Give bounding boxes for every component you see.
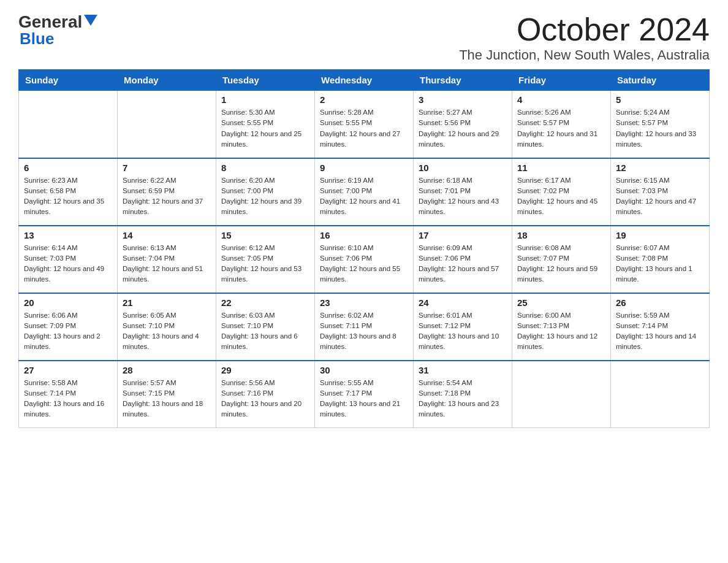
- table-row: [118, 91, 216, 158]
- day-number: 28: [123, 365, 211, 375]
- table-row: 19Sunrise: 6:07 AMSunset: 7:08 PMDayligh…: [611, 226, 710, 293]
- day-number: 14: [123, 230, 211, 240]
- col-sunday: Sunday: [19, 70, 118, 91]
- day-number: 16: [320, 230, 408, 240]
- table-row: 26Sunrise: 5:59 AMSunset: 7:14 PMDayligh…: [611, 293, 710, 361]
- table-row: 21Sunrise: 6:05 AMSunset: 7:10 PMDayligh…: [118, 293, 216, 361]
- table-row: 17Sunrise: 6:09 AMSunset: 7:06 PMDayligh…: [414, 226, 512, 293]
- table-row: 28Sunrise: 5:57 AMSunset: 7:15 PMDayligh…: [118, 361, 216, 428]
- logo-triangle-icon: [84, 15, 97, 27]
- day-number: 5: [616, 94, 704, 105]
- day-info: Sunrise: 6:08 AMSunset: 7:07 PMDaylight:…: [517, 243, 605, 285]
- day-info: Sunrise: 6:13 AMSunset: 7:04 PMDaylight:…: [123, 243, 211, 285]
- day-number: 2: [320, 94, 408, 105]
- day-info: Sunrise: 5:59 AMSunset: 7:14 PMDaylight:…: [616, 310, 704, 353]
- table-row: 27Sunrise: 5:58 AMSunset: 7:14 PMDayligh…: [19, 361, 118, 428]
- calendar-header-row: Sunday Monday Tuesday Wednesday Thursday…: [19, 70, 710, 91]
- day-info: Sunrise: 5:56 AMSunset: 7:16 PMDaylight:…: [221, 378, 309, 420]
- logo-blue-text: Blue: [18, 29, 54, 48]
- day-info: Sunrise: 6:06 AMSunset: 7:09 PMDaylight:…: [24, 310, 112, 353]
- table-row: [19, 91, 118, 158]
- day-info: Sunrise: 5:30 AMSunset: 5:55 PMDaylight:…: [221, 107, 309, 150]
- logo: General Blue: [18, 12, 97, 48]
- day-number: 24: [419, 297, 507, 308]
- day-info: Sunrise: 5:27 AMSunset: 5:56 PMDaylight:…: [419, 107, 507, 150]
- day-number: 29: [221, 365, 309, 375]
- col-friday: Friday: [512, 70, 611, 91]
- table-row: [611, 361, 710, 428]
- table-row: 8Sunrise: 6:20 AMSunset: 7:00 PMDaylight…: [216, 158, 315, 226]
- table-row: 11Sunrise: 6:17 AMSunset: 7:02 PMDayligh…: [512, 158, 611, 226]
- calendar-week-row: 27Sunrise: 5:58 AMSunset: 7:14 PMDayligh…: [19, 361, 710, 428]
- col-wednesday: Wednesday: [315, 70, 414, 91]
- table-row: 6Sunrise: 6:23 AMSunset: 6:58 PMDaylight…: [19, 158, 118, 226]
- day-info: Sunrise: 5:55 AMSunset: 7:17 PMDaylight:…: [320, 378, 408, 420]
- table-row: 18Sunrise: 6:08 AMSunset: 7:07 PMDayligh…: [512, 226, 611, 293]
- day-info: Sunrise: 6:09 AMSunset: 7:06 PMDaylight:…: [419, 243, 507, 285]
- day-number: 13: [24, 230, 112, 240]
- day-number: 4: [517, 94, 605, 105]
- day-number: 9: [320, 163, 408, 173]
- day-number: 15: [221, 230, 309, 240]
- col-thursday: Thursday: [414, 70, 512, 91]
- table-row: 30Sunrise: 5:55 AMSunset: 7:17 PMDayligh…: [315, 361, 414, 428]
- day-number: 1: [221, 94, 309, 105]
- day-info: Sunrise: 6:12 AMSunset: 7:05 PMDaylight:…: [221, 243, 309, 285]
- table-row: 20Sunrise: 6:06 AMSunset: 7:09 PMDayligh…: [19, 293, 118, 361]
- day-number: 17: [419, 230, 507, 240]
- table-row: 7Sunrise: 6:22 AMSunset: 6:59 PMDaylight…: [118, 158, 216, 226]
- table-row: 12Sunrise: 6:15 AMSunset: 7:03 PMDayligh…: [611, 158, 710, 226]
- col-saturday: Saturday: [611, 70, 710, 91]
- day-info: Sunrise: 5:26 AMSunset: 5:57 PMDaylight:…: [517, 107, 605, 150]
- day-info: Sunrise: 6:22 AMSunset: 6:59 PMDaylight:…: [123, 175, 211, 218]
- day-number: 23: [320, 297, 408, 308]
- day-number: 30: [320, 365, 408, 375]
- day-number: 3: [419, 94, 507, 105]
- svg-marker-0: [84, 15, 97, 26]
- table-row: [512, 361, 611, 428]
- day-number: 19: [616, 230, 704, 240]
- table-row: 3Sunrise: 5:27 AMSunset: 5:56 PMDaylight…: [414, 91, 512, 158]
- day-number: 18: [517, 230, 605, 240]
- table-row: 10Sunrise: 6:18 AMSunset: 7:01 PMDayligh…: [414, 158, 512, 226]
- day-info: Sunrise: 6:18 AMSunset: 7:01 PMDaylight:…: [419, 175, 507, 218]
- calendar-week-row: 20Sunrise: 6:06 AMSunset: 7:09 PMDayligh…: [19, 293, 710, 361]
- month-title: October 2024: [459, 12, 710, 47]
- table-row: 9Sunrise: 6:19 AMSunset: 7:00 PMDaylight…: [315, 158, 414, 226]
- day-number: 22: [221, 297, 309, 308]
- day-info: Sunrise: 5:28 AMSunset: 5:55 PMDaylight:…: [320, 107, 408, 150]
- day-info: Sunrise: 6:17 AMSunset: 7:02 PMDaylight:…: [517, 175, 605, 218]
- day-info: Sunrise: 5:24 AMSunset: 5:57 PMDaylight:…: [616, 107, 704, 150]
- day-info: Sunrise: 6:23 AMSunset: 6:58 PMDaylight:…: [24, 175, 112, 218]
- day-number: 21: [123, 297, 211, 308]
- day-info: Sunrise: 5:57 AMSunset: 7:15 PMDaylight:…: [123, 378, 211, 420]
- day-number: 7: [123, 163, 211, 173]
- day-number: 12: [616, 163, 704, 173]
- day-number: 11: [517, 163, 605, 173]
- day-info: Sunrise: 6:05 AMSunset: 7:10 PMDaylight:…: [123, 310, 211, 353]
- table-row: 24Sunrise: 6:01 AMSunset: 7:12 PMDayligh…: [414, 293, 512, 361]
- table-row: 15Sunrise: 6:12 AMSunset: 7:05 PMDayligh…: [216, 226, 315, 293]
- day-info: Sunrise: 6:01 AMSunset: 7:12 PMDaylight:…: [419, 310, 507, 353]
- table-row: 13Sunrise: 6:14 AMSunset: 7:03 PMDayligh…: [19, 226, 118, 293]
- table-row: 16Sunrise: 6:10 AMSunset: 7:06 PMDayligh…: [315, 226, 414, 293]
- day-info: Sunrise: 6:14 AMSunset: 7:03 PMDaylight:…: [24, 243, 112, 285]
- day-info: Sunrise: 6:19 AMSunset: 7:00 PMDaylight:…: [320, 175, 408, 218]
- day-info: Sunrise: 6:00 AMSunset: 7:13 PMDaylight:…: [517, 310, 605, 353]
- day-number: 6: [24, 163, 112, 173]
- col-tuesday: Tuesday: [216, 70, 315, 91]
- calendar-week-row: 13Sunrise: 6:14 AMSunset: 7:03 PMDayligh…: [19, 226, 710, 293]
- day-info: Sunrise: 6:07 AMSunset: 7:08 PMDaylight:…: [616, 243, 704, 285]
- day-info: Sunrise: 6:10 AMSunset: 7:06 PMDaylight:…: [320, 243, 408, 285]
- table-row: 5Sunrise: 5:24 AMSunset: 5:57 PMDaylight…: [611, 91, 710, 158]
- table-row: 1Sunrise: 5:30 AMSunset: 5:55 PMDaylight…: [216, 91, 315, 158]
- day-number: 27: [24, 365, 112, 375]
- day-info: Sunrise: 5:58 AMSunset: 7:14 PMDaylight:…: [24, 378, 112, 420]
- table-row: 25Sunrise: 6:00 AMSunset: 7:13 PMDayligh…: [512, 293, 611, 361]
- table-row: 31Sunrise: 5:54 AMSunset: 7:18 PMDayligh…: [414, 361, 512, 428]
- table-row: 23Sunrise: 6:02 AMSunset: 7:11 PMDayligh…: [315, 293, 414, 361]
- day-number: 20: [24, 297, 112, 308]
- location-title: The Junction, New South Wales, Australia: [459, 47, 710, 63]
- day-info: Sunrise: 6:20 AMSunset: 7:00 PMDaylight:…: [221, 175, 309, 218]
- day-info: Sunrise: 5:54 AMSunset: 7:18 PMDaylight:…: [419, 378, 507, 420]
